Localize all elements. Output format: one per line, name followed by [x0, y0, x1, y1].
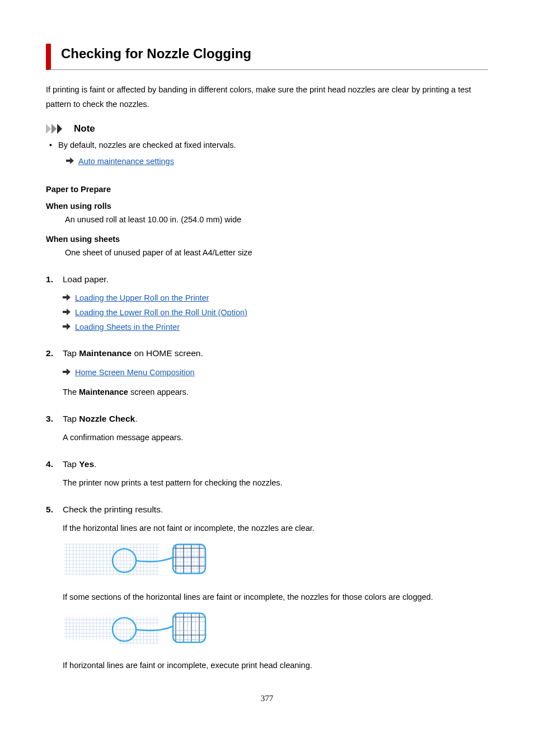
- page-title: Checking for Nozzle Clogging: [61, 44, 488, 64]
- page-title-block: Checking for Nozzle Clogging: [46, 44, 488, 70]
- step-number: [46, 458, 58, 470]
- when-using-sheets-header: When using sheets: [46, 234, 488, 246]
- arrow-icon: [63, 321, 71, 334]
- step-4-head: Tap Yes.: [63, 458, 96, 470]
- step-5-p2: If some sections of the horizontal lines…: [63, 591, 488, 604]
- svg-rect-17: [64, 640, 120, 644]
- step-1-head: Load paper.: [63, 273, 109, 286]
- paper-to-prepare-header: Paper to Prepare: [46, 184, 488, 196]
- page-number: 377: [46, 692, 488, 705]
- step-3-result: A confirmation message appears.: [63, 432, 488, 444]
- svg-rect-5: [174, 545, 205, 573]
- step-3: Tap Nozzle Check. A confirmation message…: [46, 412, 488, 444]
- step-2-head: Tap Maintenance on HOME screen.: [63, 347, 203, 360]
- arrow-icon: [63, 367, 71, 379]
- svg-marker-1: [51, 124, 57, 134]
- arrow-icon: [63, 307, 71, 319]
- step-5-p1: If the horizontal lines are not faint or…: [63, 522, 488, 535]
- step-5-head: Check the printing results.: [63, 503, 163, 516]
- step-2: Tap Maintenance on HOME screen. Home Scr…: [46, 347, 488, 399]
- note-chevrons-icon: [46, 124, 69, 134]
- step-number: [46, 273, 58, 286]
- nozzle-pattern-clear: [63, 540, 488, 584]
- step-number: [46, 503, 58, 516]
- loading-lower-roll-link[interactable]: Loading the Lower Roll on the Roll Unit …: [75, 307, 247, 319]
- loading-upper-roll-link[interactable]: Loading the Upper Roll on the Printer: [75, 292, 209, 305]
- auto-maintenance-link[interactable]: Auto maintenance settings: [78, 156, 174, 168]
- step-number: [46, 412, 58, 425]
- svg-marker-2: [57, 124, 62, 134]
- nozzle-pattern-clogged: [63, 609, 488, 652]
- svg-marker-0: [46, 124, 51, 134]
- sheets-text: One sheet of unused paper of at least A4…: [65, 247, 488, 259]
- intro-paragraph: If printing is faint or affected by band…: [46, 82, 488, 111]
- step-3-head: Tap Nozzle Check.: [63, 412, 138, 425]
- note-header: Note: [46, 122, 488, 136]
- step-5: Check the printing results. If the horiz…: [46, 503, 488, 672]
- note-label: Note: [74, 122, 95, 136]
- svg-rect-3: [64, 544, 159, 575]
- note-bullet-list: By default, nozzles are checked at fixed…: [46, 139, 488, 169]
- svg-rect-32: [173, 613, 205, 642]
- arrow-icon: [63, 292, 71, 305]
- steps-list: Load paper. Loading the Upper Roll on th…: [46, 273, 488, 672]
- arrow-icon: [66, 156, 74, 168]
- svg-rect-18: [119, 625, 159, 628]
- svg-rect-16: [64, 613, 159, 617]
- step-number: [46, 347, 58, 360]
- loading-sheets-link[interactable]: Loading Sheets in the Printer: [75, 321, 180, 334]
- rolls-text: An unused roll at least 10.00 in. (254.0…: [65, 214, 488, 226]
- step-4: Tap Yes. The printer now prints a test p…: [46, 458, 488, 489]
- step-2-result: The Maintenance screen appears.: [63, 386, 488, 399]
- step-5-p3: If horizontal lines are faint or incompl…: [63, 660, 488, 672]
- step-1: Load paper. Loading the Upper Roll on th…: [46, 273, 488, 334]
- note-bullet-item: By default, nozzles are checked at fixed…: [46, 139, 488, 169]
- step-4-result: The printer now prints a test pattern fo…: [63, 477, 488, 489]
- when-using-rolls-header: When using rolls: [46, 200, 488, 213]
- home-screen-menu-link[interactable]: Home Screen Menu Composition: [75, 367, 195, 379]
- note-bullet-text: By default, nozzles are checked at fixed…: [58, 141, 236, 150]
